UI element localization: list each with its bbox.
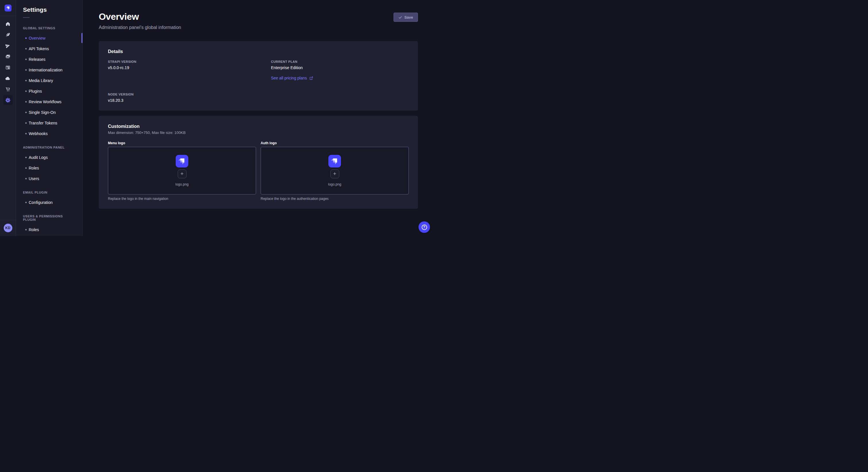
content: Details STRAPI VERSION v5.0.0-rc.19 CURR… [83, 30, 434, 209]
subnav-sections: GLOBAL SETTINGSOverviewAPI TokensRelease… [16, 18, 82, 236]
nav-section-users-permissions-plugin: USERS & PERMISSIONS PLUGINRolesProviders [16, 214, 82, 236]
page-header-text: Overview Administration panel’s global i… [99, 11, 181, 30]
media-icon [5, 54, 11, 59]
nav-item-label: Audit Logs [29, 155, 48, 160]
settings-nav-internationalization[interactable]: Internationalization [16, 65, 82, 75]
menu-logo-preview [176, 155, 188, 167]
nav-item-label: Internationalization [29, 68, 63, 72]
field-value: v18.20.3 [108, 98, 246, 103]
nav-item-label: Media Library [29, 78, 53, 83]
settings-nav-api-tokens[interactable]: API Tokens [16, 43, 82, 54]
divider [0, 220, 16, 220]
check-icon [398, 15, 402, 19]
nav-item-label: Roles [29, 166, 39, 170]
settings-nav-review-workflows[interactable]: Review Workflows [16, 96, 82, 107]
cart-icon [5, 87, 11, 92]
settings-nav-transfer-tokens[interactable]: Transfer Tokens [16, 117, 82, 128]
details-grid: STRAPI VERSION v5.0.0-rc.19 CURRENT PLAN… [108, 60, 409, 103]
nav-settings[interactable] [3, 95, 13, 105]
nav-section-email-plugin: EMAIL PLUGINConfiguration [16, 191, 82, 208]
home-icon [5, 21, 11, 27]
field-value: v5.0.0-rc.19 [108, 65, 246, 70]
field-value: Enterprise Edition [271, 65, 409, 70]
field-label: STRAPI VERSION [108, 60, 246, 63]
external-link-icon [309, 76, 313, 80]
current-plan-field: CURRENT PLAN Enterprise Edition See all … [271, 60, 409, 80]
menu-logo-field: Menu logo + logo.png Replace the logo in… [108, 141, 256, 201]
nav-item-label: Roles [29, 227, 39, 232]
settings-nav-plugins[interactable]: Plugins [16, 86, 82, 96]
help-button[interactable]: ? [418, 222, 430, 233]
page-subtitle: Administration panel’s global informatio… [99, 25, 181, 30]
nav-cloud[interactable] [3, 73, 13, 83]
settings-nav-webhooks[interactable]: Webhooks [16, 128, 82, 139]
layout-icon [5, 65, 11, 70]
workspace-logo-slot [0, 0, 16, 16]
nav-item-label: Single Sign-On [29, 110, 56, 115]
page-header: Overview Administration panel’s global i… [83, 0, 434, 30]
settings-nav-roles[interactable]: Roles [16, 224, 82, 235]
subnav-title: Settings [23, 6, 75, 13]
settings-nav-audit-logs[interactable]: Audit Logs [16, 152, 82, 163]
settings-nav-single-sign-on[interactable]: Single Sign-On [16, 107, 82, 117]
gear-icon [5, 98, 11, 103]
send-icon [5, 43, 11, 48]
rail-bottom: KD [0, 220, 16, 236]
subnav-header: Settings [16, 0, 82, 18]
upload-field-label: Menu logo [108, 141, 256, 145]
main-nav-rail: KD [0, 0, 16, 236]
auth-logo-filename: logo.png [328, 182, 341, 187]
add-menu-logo-button[interactable]: + [178, 169, 187, 178]
nav-item-label: Overview [29, 36, 45, 40]
nav-section-label: GLOBAL SETTINGS [16, 26, 82, 30]
settings-nav-providers[interactable]: Providers [16, 235, 82, 236]
settings-nav-users[interactable]: Users [16, 173, 82, 184]
nav-item-label: Transfer Tokens [29, 121, 57, 125]
nav-section-label: USERS & PERMISSIONS PLUGIN [16, 214, 82, 222]
page-title: Overview [99, 11, 181, 22]
logo-uploads-row: Menu logo + logo.png Replace the logo in… [108, 141, 409, 201]
nav-content-manager[interactable] [3, 63, 13, 72]
nav-item-label: Releases [29, 57, 45, 62]
customization-card-title: Customization [108, 124, 409, 129]
auth-logo-hint: Replace the logo in the authentication p… [260, 197, 409, 201]
main-nav-items [3, 16, 13, 220]
user-avatar[interactable]: KD [4, 224, 12, 232]
nav-deploy[interactable] [3, 41, 13, 50]
strapi-version-field: STRAPI VERSION v5.0.0-rc.19 [108, 60, 246, 80]
question-mark: ? [423, 225, 425, 229]
nav-home[interactable] [3, 19, 13, 29]
upload-field-label: Auth logo [260, 141, 409, 145]
customization-card-subtitle: Max dimension: 750×750, Max file size: 1… [108, 131, 409, 135]
question-circle-icon: ? [422, 225, 427, 230]
save-button[interactable]: Save [394, 12, 418, 22]
add-auth-logo-button[interactable]: + [330, 169, 339, 178]
settings-nav-releases[interactable]: Releases [16, 54, 82, 65]
nav-marketplace[interactable] [3, 84, 13, 94]
menu-logo-dropzone[interactable]: + logo.png [108, 147, 256, 194]
field-label: CURRENT PLAN [271, 60, 409, 63]
nav-item-label: Configuration [29, 200, 53, 205]
settings-nav-roles[interactable]: Roles [16, 163, 82, 173]
nav-item-label: Review Workflows [29, 100, 61, 104]
strapi-glyph-icon [5, 5, 11, 11]
strapi-logo[interactable] [5, 5, 11, 11]
nav-section-global-settings: GLOBAL SETTINGSOverviewAPI TokensRelease… [16, 26, 82, 139]
auth-logo-field: Auth logo + logo.png Replace the logo in… [260, 141, 409, 201]
nav-item-label: Webhooks [29, 131, 48, 136]
nav-section-label: EMAIL PLUGIN [16, 191, 82, 194]
strapi-admin-app: KD Settings GLOBAL SETTINGSOverviewAPI T… [0, 0, 434, 236]
settings-nav-overview[interactable]: Overview [16, 33, 82, 43]
settings-nav-configuration[interactable]: Configuration [16, 197, 82, 208]
menu-logo-filename: logo.png [175, 182, 189, 187]
pricing-plans-link[interactable]: See all pricing plans [271, 76, 313, 80]
nav-item-label: API Tokens [29, 46, 49, 51]
settings-nav-media-library[interactable]: Media Library [16, 75, 82, 86]
strapi-glyph-icon [176, 155, 188, 167]
auth-logo-dropzone[interactable]: + logo.png [260, 147, 409, 194]
nav-content-type-builder[interactable] [3, 30, 13, 40]
menu-logo-hint: Replace the logo in the main navigation [108, 197, 256, 201]
feather-icon [5, 32, 11, 38]
main-content: Overview Administration panel’s global i… [83, 0, 434, 236]
nav-media-library[interactable] [3, 52, 13, 61]
